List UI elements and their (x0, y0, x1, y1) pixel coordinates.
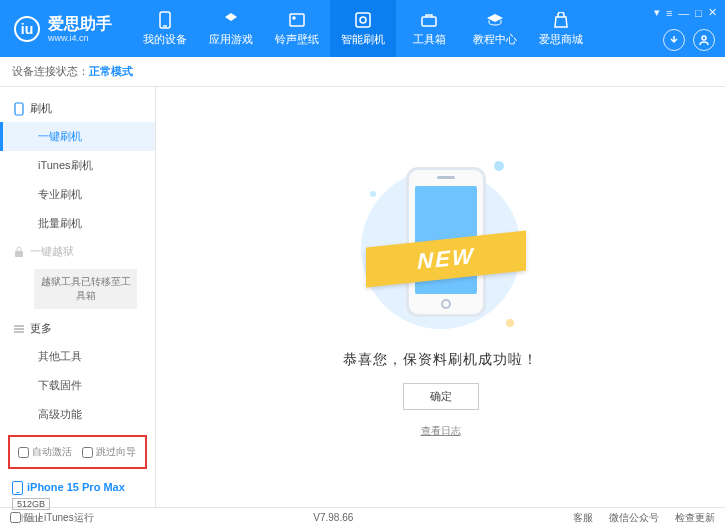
minimize-icon[interactable]: — (678, 7, 689, 19)
graduation-icon (486, 11, 504, 29)
skip-guide-checkbox[interactable]: 跳过向导 (82, 445, 136, 459)
svg-point-6 (702, 36, 706, 40)
user-button[interactable] (693, 29, 715, 51)
block-itunes-checkbox[interactable]: 阻止iTunes运行 (10, 511, 94, 525)
nav-flash[interactable]: 智能刷机 (330, 0, 396, 57)
device-storage: 512GB (12, 498, 50, 510)
app-name: 爱思助手 (48, 14, 112, 35)
phone-icon (14, 102, 24, 116)
success-illustration: NEW (366, 157, 516, 337)
sidebar-group-more[interactable]: 更多 (0, 315, 155, 342)
logo-area: iu 爱思助手 www.i4.cn (0, 14, 126, 43)
lock-icon (14, 246, 24, 258)
footer-update-link[interactable]: 检查更新 (675, 511, 715, 525)
close-icon[interactable]: ✕ (708, 6, 717, 19)
ok-button[interactable]: 确定 (403, 383, 479, 410)
status-label: 设备连接状态： (12, 64, 89, 79)
main-content: NEW 恭喜您，保资料刷机成功啦！ 确定 查看日志 (156, 87, 725, 507)
status-bar: 设备连接状态： 正常模式 (0, 57, 725, 87)
nav-ringtone[interactable]: 铃声壁纸 (264, 0, 330, 57)
svg-rect-4 (356, 13, 370, 27)
device-phone-icon (12, 481, 23, 495)
sidebar-item-firmware[interactable]: 下载固件 (0, 371, 155, 400)
menu-icon[interactable]: ▾ (654, 6, 660, 19)
bag-icon (552, 11, 570, 29)
download-button[interactable] (663, 29, 685, 51)
sidebar-item-pro[interactable]: 专业刷机 (0, 180, 155, 209)
sidebar-group-jailbreak: 一键越狱 (0, 238, 155, 265)
auto-activate-checkbox[interactable]: 自动激活 (18, 445, 72, 459)
nav-apps[interactable]: 应用游戏 (198, 0, 264, 57)
checkbox-highlight-area: 自动激活 跳过向导 (8, 435, 147, 469)
top-nav: 我的设备 应用游戏 铃声壁纸 智能刷机 工具箱 教程中心 爱思商城 (132, 0, 594, 57)
nav-my-device[interactable]: 我的设备 (132, 0, 198, 57)
refresh-icon (354, 11, 372, 29)
window-controls: ▾ ≡ — □ ✕ (654, 6, 717, 19)
list-icon (14, 324, 24, 334)
sidebar-item-itunes[interactable]: iTunes刷机 (0, 151, 155, 180)
new-ribbon: NEW (366, 230, 526, 287)
sidebar-item-other[interactable]: 其他工具 (0, 342, 155, 371)
success-message: 恭喜您，保资料刷机成功啦！ (343, 351, 538, 369)
jailbreak-notice: 越狱工具已转移至工具箱 (34, 269, 137, 309)
svg-rect-8 (15, 251, 23, 257)
footer-wechat-link[interactable]: 微信公众号 (609, 511, 659, 525)
apps-icon (222, 11, 240, 29)
sidebar-group-flash[interactable]: 刷机 (0, 95, 155, 122)
svg-rect-2 (290, 14, 304, 26)
sidebar-item-oneclick[interactable]: 一键刷机 (0, 122, 155, 151)
svg-rect-7 (15, 103, 23, 115)
status-value: 正常模式 (89, 64, 133, 79)
phone-icon (156, 11, 174, 29)
device-name: iPhone 15 Pro Max (27, 481, 125, 493)
logo-icon: iu (14, 16, 40, 42)
sidebar: 刷机 一键刷机 iTunes刷机 专业刷机 批量刷机 一键越狱 越狱工具已转移至… (0, 87, 156, 507)
toolbox-icon (420, 11, 438, 29)
sidebar-item-advanced[interactable]: 高级功能 (0, 400, 155, 429)
svg-rect-5 (422, 17, 436, 26)
nav-toolbox[interactable]: 工具箱 (396, 0, 462, 57)
view-log-link[interactable]: 查看日志 (421, 424, 461, 438)
svg-point-3 (293, 17, 295, 19)
app-header: iu 爱思助手 www.i4.cn 我的设备 应用游戏 铃声壁纸 智能刷机 工具… (0, 0, 725, 57)
maximize-icon[interactable]: □ (695, 7, 702, 19)
footer-support-link[interactable]: 客服 (573, 511, 593, 525)
nav-tutorial[interactable]: 教程中心 (462, 0, 528, 57)
nav-store[interactable]: 爱思商城 (528, 0, 594, 57)
image-icon (288, 11, 306, 29)
version-label: V7.98.66 (313, 512, 353, 523)
app-url: www.i4.cn (48, 33, 112, 43)
sidebar-item-batch[interactable]: 批量刷机 (0, 209, 155, 238)
settings-icon[interactable]: ≡ (666, 7, 672, 19)
